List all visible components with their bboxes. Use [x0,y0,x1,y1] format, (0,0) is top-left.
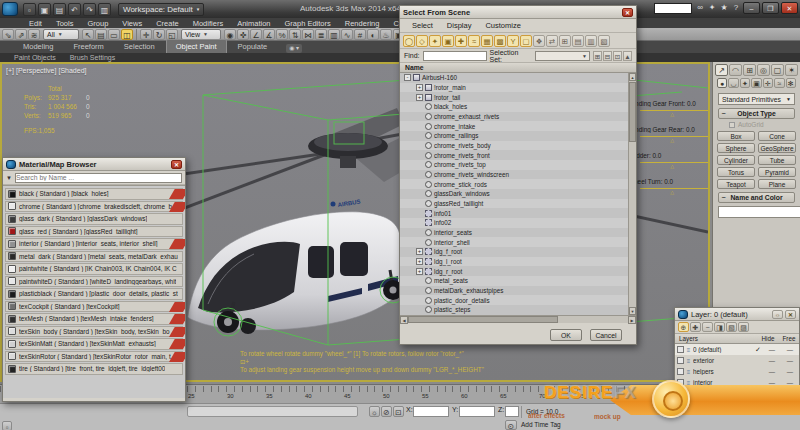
scene-tree-row[interactable]: chrome_intake [400,121,628,131]
expander-icon[interactable] [416,94,423,101]
layer-manager-icon[interactable]: ▥ [328,29,340,40]
reference-coordinate-dropdown[interactable]: View▼ [181,29,221,40]
layer-panel-titlebar[interactable]: Layer: 0 (default) ☼✕ [675,308,799,321]
select-object-icon[interactable]: ↖ [82,29,94,40]
collapse-icon[interactable]: − [719,110,728,117]
freeze-toggle[interactable]: — [781,368,799,375]
menu-item[interactable]: Graph Editors [278,19,338,28]
scene-tree-row[interactable]: interior_seats [400,228,628,238]
primitive-button[interactable]: Torus [717,167,755,177]
adaptive-degradation-icon[interactable]: ☼ [369,406,380,417]
lights-category-icon[interactable]: ✦ [740,78,750,88]
scene-tree-row[interactable]: chrome_rivets_front [400,150,628,160]
scene-tree-row[interactable]: glassRed_taillight [400,199,628,209]
scene-tree-row[interactable]: plastic_door_details [400,295,628,305]
layer-columns-header[interactable]: Layers Hide Free [675,334,799,344]
scene-tree-row[interactable]: ldg_r_root [400,266,628,276]
viewport-shading-menu[interactable]: [Shaded] [58,67,86,74]
dialog-menu-item[interactable]: Select [406,21,439,30]
display-shapes-icon[interactable]: ◇ [416,35,428,47]
y-coordinate-input[interactable] [459,406,495,417]
manipulator-slider[interactable] [640,136,708,142]
manipulator[interactable]: Rudder: 0.0 ⊡+ [628,152,708,178]
helpers[interactable]: ≡ helpers — — [675,366,799,377]
scene-tree-row[interactable]: black_holes [400,102,628,112]
material-item[interactable]: tire ( Standard ) [tire_front, tire_ldgl… [5,363,183,375]
lightbulb-icon[interactable]: ☼ [772,310,783,319]
bind-to-space-warp-icon[interactable]: ≋ [28,29,40,40]
space-warps-category-icon[interactable]: ≈ [774,78,784,88]
add-selection-to-layer-icon[interactable]: ✚ [690,322,701,332]
project-folder-icon[interactable]: ▥ [98,3,111,16]
material-item[interactable]: black ( Standard ) [black_holes] [5,188,183,200]
select-and-move-icon[interactable]: ✛ [140,29,152,40]
hide-all-layers-icon[interactable]: ▧ [726,322,737,332]
display-cameras-icon[interactable]: ▣ [442,35,454,47]
scene-tree-row[interactable]: metalDark_exhaustpipes [400,286,628,296]
material-item[interactable]: texSkin_body ( Standard ) [texSkin_body,… [5,326,183,338]
systems-category-icon[interactable]: ✻ [786,78,796,88]
scrollbar-thumb[interactable] [629,82,636,142]
display-geometry-icon[interactable]: ◯ [403,35,415,47]
name-and-color-rollout[interactable]: − Name and Color [718,192,795,203]
sync-selection-icon[interactable]: ⇄ [546,35,558,47]
geometry-category-icon[interactable]: ● [717,78,727,88]
ribbon-tab[interactable]: Populate [229,40,277,53]
menu-item[interactable]: Group [80,19,115,28]
create-tab-icon[interactable]: ↗ [715,64,728,76]
select-and-rotate-icon[interactable]: ↻ [153,29,165,40]
ribbon-tab[interactable]: Modeling [14,40,62,53]
scene-tree-row[interactable]: chrome_rivets_body [400,141,628,151]
scrollbar-thumb[interactable] [408,316,558,323]
freeze-toggle[interactable]: — [781,379,799,386]
display-tab-icon[interactable]: ▢ [771,64,784,76]
modify-tab-icon[interactable]: ◠ [729,64,742,76]
material-search-input[interactable] [15,173,182,183]
lock-cell-editing-icon[interactable]: ▧ [598,35,610,47]
display-helpers-icon[interactable]: ✚ [455,35,467,47]
expander-icon[interactable] [677,357,684,364]
menu-item[interactable]: Create [149,19,186,28]
display-containers-icon[interactable]: ▢ [520,35,532,47]
help-icon[interactable]: ? [730,2,742,14]
selection-set-dropdown[interactable]: ▼ [535,51,590,61]
menu-item[interactable]: Modifiers [186,19,230,28]
manipulator[interactable]: Landing Gear Front: 0.0 ⊡+ [628,100,708,126]
list-view-icon[interactable]: ▤ [572,35,584,47]
viewport-pov-menu[interactable]: [Perspective] [16,67,56,74]
manipulator[interactable]: Landing Gear Rear: 0.0 ⊡+ [628,126,708,152]
unlink-selection-icon[interactable]: ⇗ [15,29,27,40]
manipulator-slider[interactable] [640,188,708,194]
isolate-toggle-icon[interactable]: ▫ [2,421,12,430]
z-coordinate-input[interactable] [505,406,519,417]
browser-options-icon[interactable]: ▼ [6,175,12,181]
primitive-button[interactable]: Cone [758,131,796,141]
max-logo-icon[interactable] [2,2,18,16]
favorites-icon[interactable]: ★ [718,2,730,14]
freeze-toggle[interactable]: — [781,346,799,353]
add-selected-to-set-icon[interactable]: ⊞ [593,51,602,61]
display-xrefs-icon[interactable]: ▩ [494,35,506,47]
expand-all-icon[interactable]: ⊞ [559,35,571,47]
material-item[interactable]: chrome ( Standard ) [chrome_brakedisclef… [5,201,183,213]
primitive-button[interactable]: Sphere [717,143,755,153]
expander-icon[interactable] [404,74,411,81]
material-item[interactable]: plasticblack ( Standard ) [plastic_door_… [5,288,183,300]
material-editor-icon[interactable]: ◐ [367,29,379,40]
render-setup-icon[interactable]: ♨ [380,29,392,40]
expander-icon[interactable] [416,248,423,255]
absolute-offset-toggle-icon[interactable]: ⊡ [393,406,404,417]
primitive-button[interactable]: Teapot [717,179,755,189]
viewport-plus-menu[interactable]: [+] [6,67,14,74]
save-file-icon[interactable]: ▤ [53,3,66,16]
select-objects-in-set-icon[interactable]: ⊡ [613,51,622,61]
horizontal-scrollbar[interactable]: ◀ ▶ [400,315,636,323]
select-and-scale-icon[interactable]: ◱ [166,29,178,40]
motion-tab-icon[interactable]: ◎ [757,64,770,76]
time-tag-icon[interactable]: ⊙ [505,420,517,430]
undo-icon[interactable]: ↶ [68,3,81,16]
menu-item[interactable]: Animation [230,19,277,28]
spinner-snap-toggle-icon[interactable]: ⇅ [289,29,301,40]
dialog-menu-item[interactable]: Customize [479,21,526,30]
expander-icon[interactable] [416,268,423,275]
